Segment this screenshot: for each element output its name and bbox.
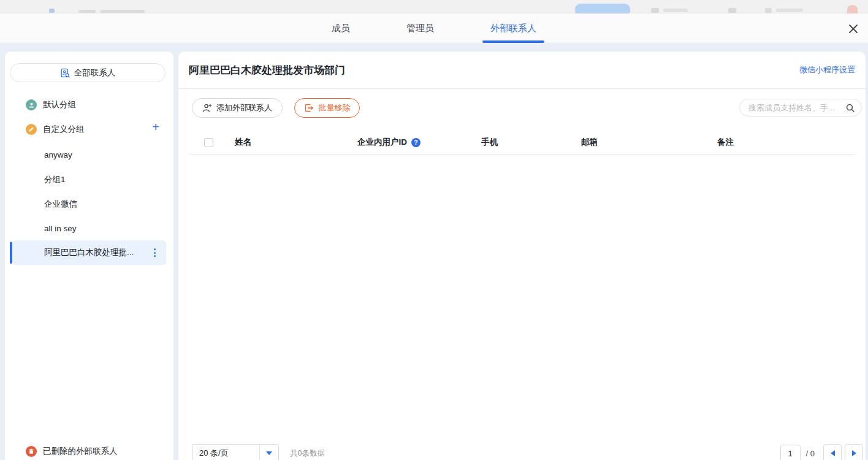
toolbar: 添加外部联系人 批量移除 bbox=[192, 98, 862, 118]
sidebar-item-group[interactable]: anyway bbox=[44, 150, 72, 161]
prev-page-button[interactable] bbox=[823, 444, 842, 460]
sidebar-item-group[interactable]: 企业微信 bbox=[44, 199, 77, 210]
tab-members[interactable]: 成员 bbox=[332, 13, 350, 43]
trash-icon bbox=[26, 446, 37, 457]
tab-bar: 成员 管理员 外部联系人 bbox=[0, 13, 868, 43]
table-header: 姓名 企业内用户ID ? 手机 邮箱 备注 bbox=[189, 130, 855, 155]
select-all-checkbox[interactable] bbox=[204, 138, 213, 147]
column-header-name: 姓名 bbox=[235, 130, 251, 155]
deleted-contacts-label: 已删除的外部联系人 bbox=[43, 446, 118, 457]
help-icon[interactable]: ? bbox=[411, 138, 421, 147]
default-group-label: 默认分组 bbox=[43, 99, 76, 110]
background-remnant-text bbox=[663, 9, 688, 12]
search-input[interactable] bbox=[748, 103, 845, 112]
tab-external-contacts[interactable]: 外部联系人 bbox=[490, 13, 536, 43]
add-group-button[interactable]: + bbox=[149, 120, 162, 134]
person-plus-icon bbox=[202, 103, 212, 113]
all-contacts-button[interactable]: 全部联系人 bbox=[10, 63, 166, 82]
background-remnant-icon bbox=[728, 8, 736, 13]
sidebar-item-deleted-contacts[interactable]: 已删除的外部联系人 bbox=[26, 446, 118, 457]
all-contacts-label: 全部联系人 bbox=[74, 67, 116, 79]
batch-remove-label: 批量移除 bbox=[318, 102, 350, 113]
table-body-empty bbox=[189, 155, 855, 434]
add-external-contact-label: 添加外部联系人 bbox=[216, 102, 272, 113]
sidebar-item-default-group[interactable]: 默认分组 bbox=[26, 98, 76, 112]
background-remnant-text bbox=[78, 10, 96, 13]
sidebar-item-group[interactable]: 分组1 bbox=[44, 174, 66, 185]
column-header-email: 邮箱 bbox=[581, 130, 598, 155]
arrow-left-icon bbox=[831, 450, 835, 456]
close-icon[interactable] bbox=[846, 21, 861, 36]
add-external-contact-button[interactable]: 添加外部联系人 bbox=[192, 98, 283, 118]
dropdown-arrow-box bbox=[259, 445, 278, 460]
background-remnant-icon bbox=[765, 8, 772, 13]
sidebar-item-group[interactable]: all in sey bbox=[44, 223, 77, 234]
background-remnant-text bbox=[776, 9, 803, 12]
sidebar-item-group-selected[interactable]: 阿里巴巴白木胶处理批... bbox=[12, 240, 166, 265]
table-footer: 20 条/页 共0条数据 1 / 0 bbox=[192, 444, 863, 460]
total-pages-label: / 0 bbox=[806, 449, 815, 458]
sidebar-item-custom-group[interactable]: 自定义分组 bbox=[26, 123, 85, 136]
pencil-icon bbox=[26, 124, 37, 135]
remove-export-icon bbox=[304, 103, 314, 113]
background-remnant-avatar bbox=[847, 5, 858, 13]
page-size-label: 20 条/页 bbox=[192, 448, 259, 459]
selected-indicator bbox=[10, 242, 12, 264]
panel-titlebar: 阿里巴巴白木胶处理批发市场部门 微信小程序设置 bbox=[178, 52, 866, 89]
background-remnant-logo bbox=[49, 9, 55, 13]
page-title: 阿里巴巴白木胶处理批发市场部门 bbox=[189, 63, 345, 77]
batch-remove-button[interactable]: 批量移除 bbox=[294, 98, 360, 118]
modal-header: 成员 管理员 外部联系人 bbox=[0, 13, 868, 43]
current-page-input[interactable]: 1 bbox=[780, 445, 801, 460]
more-actions-icon[interactable] bbox=[152, 247, 158, 259]
background-remnant-text bbox=[101, 10, 145, 13]
background-remnant-button bbox=[575, 4, 630, 13]
selected-group-label: 阿里巴巴白木胶处理批... bbox=[44, 247, 134, 258]
background-page-strip bbox=[0, 0, 868, 13]
search-box bbox=[739, 99, 862, 117]
column-header-userid: 企业内用户ID ? bbox=[357, 130, 421, 155]
background-remnant-icon bbox=[651, 8, 659, 13]
contacts-book-icon bbox=[60, 68, 70, 78]
column-header-remark: 备注 bbox=[717, 130, 734, 155]
arrow-right-icon bbox=[852, 450, 856, 456]
groups-sidebar: 全部联系人 默认分组 自定义分组 + bbox=[5, 52, 173, 460]
pagination: 1 / 0 bbox=[780, 444, 863, 460]
tab-admins[interactable]: 管理员 bbox=[406, 13, 434, 43]
total-count-label: 共0条数据 bbox=[290, 444, 325, 460]
chevron-down-icon bbox=[266, 451, 272, 455]
miniprogram-settings-link[interactable]: 微信小程序设置 bbox=[799, 64, 855, 75]
page-size-select[interactable]: 20 条/页 bbox=[192, 444, 279, 460]
next-page-button[interactable] bbox=[845, 444, 863, 460]
contacts-panel: 阿里巴巴白木胶处理批发市场部门 微信小程序设置 添加外部联系人 bbox=[178, 52, 866, 460]
person-icon bbox=[26, 99, 37, 110]
search-icon[interactable] bbox=[845, 103, 855, 113]
custom-group-label: 自定义分组 bbox=[43, 124, 85, 135]
column-header-phone: 手机 bbox=[481, 130, 498, 155]
modal-body: 全部联系人 默认分组 自定义分组 + bbox=[0, 43, 868, 460]
external-contacts-modal: 成员 管理员 外部联系人 bbox=[0, 0, 868, 460]
